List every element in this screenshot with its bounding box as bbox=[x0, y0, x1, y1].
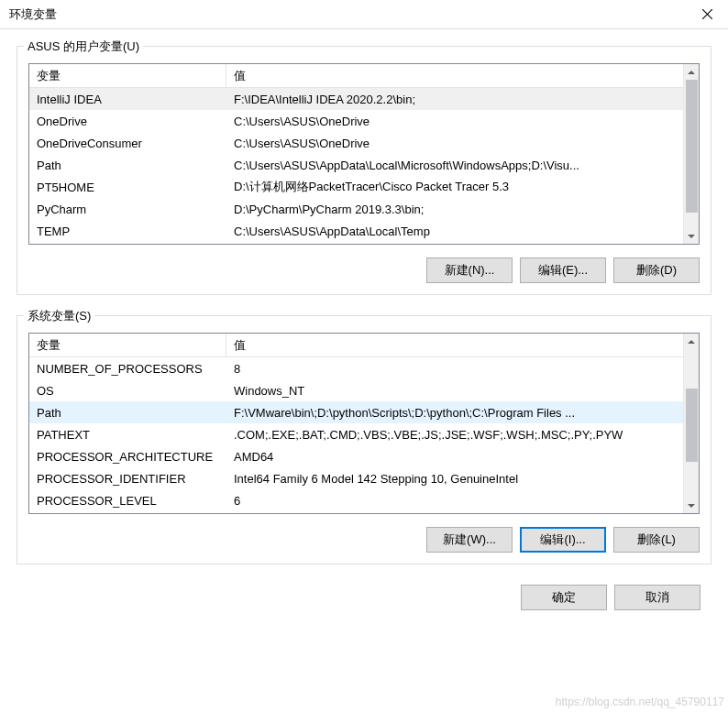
sys-delete-button[interactable]: 删除(L) bbox=[613, 527, 700, 553]
cell-value: F:\IDEA\IntelliJ IDEA 2020.2.2\bin; bbox=[226, 91, 699, 108]
user-vars-buttons: 新建(N)... 编辑(E)... 删除(D) bbox=[28, 257, 700, 283]
window-title: 环境变量 bbox=[9, 6, 57, 23]
scroll-down-icon[interactable] bbox=[684, 228, 699, 244]
cancel-button[interactable]: 取消 bbox=[614, 585, 700, 610]
sys-vars-buttons: 新建(W)... 编辑(I)... 删除(L) bbox=[28, 527, 700, 553]
col-header-variable[interactable]: 变量 bbox=[29, 64, 226, 87]
cell-variable: PROCESSOR_LEVEL bbox=[29, 492, 226, 509]
scroll-thumb[interactable] bbox=[686, 389, 698, 462]
sys-new-button[interactable]: 新建(W)... bbox=[426, 527, 513, 553]
system-variables-group: 系统变量(S) 变量 值 NUMBER_OF_PROCESSORS8OSWind… bbox=[17, 315, 711, 564]
cell-value: C:\Users\ASUS\AppData\Local\Microsoft\Wi… bbox=[226, 157, 699, 174]
table-row[interactable]: OneDriveC:\Users\ASUS\OneDrive bbox=[29, 110, 699, 132]
ok-button[interactable]: 确定 bbox=[521, 585, 607, 610]
user-edit-button[interactable]: 编辑(E)... bbox=[520, 257, 606, 283]
col-header-variable[interactable]: 变量 bbox=[29, 334, 226, 356]
cell-variable: PATHEXT bbox=[29, 426, 226, 444]
table-row[interactable]: PROCESSOR_ARCHITECTUREAMD64 bbox=[29, 445, 699, 467]
scroll-down-icon[interactable] bbox=[684, 498, 699, 513]
table-row[interactable]: TEMPC:\Users\ASUS\AppData\Local\Temp bbox=[29, 220, 699, 242]
user-vars-table: 变量 值 IntelliJ IDEAF:\IDEA\IntelliJ IDEA … bbox=[28, 63, 700, 245]
cell-variable: TMP bbox=[29, 245, 226, 246]
cell-value: D:\PyCharm\PyCharm 2019.3.3\bin; bbox=[226, 201, 699, 218]
table-row[interactable]: PathC:\Users\ASUS\AppData\Local\Microsof… bbox=[29, 154, 699, 176]
cell-variable: PROCESSOR_IDENTIFIER bbox=[29, 470, 226, 487]
sys-edit-button[interactable]: 编辑(I)... bbox=[520, 527, 606, 553]
user-vars-scrollbar[interactable] bbox=[683, 64, 699, 244]
sys-vars-body[interactable]: NUMBER_OF_PROCESSORS8OSWindows_NTPathF:\… bbox=[29, 357, 699, 514]
table-row[interactable]: PathF:\VMware\bin\;D:\python\Scripts\;D:… bbox=[29, 401, 699, 423]
cell-variable: PT5HOME bbox=[29, 179, 226, 196]
scroll-up-icon[interactable] bbox=[684, 334, 699, 349]
dialog-buttons: 确定 取消 bbox=[17, 585, 711, 610]
table-row[interactable]: PT5HOMED:\计算机网络PacketTracer\Cisco Packet… bbox=[29, 176, 699, 198]
cell-value: C:\Users\ASUS\AppData\Local\Temp bbox=[226, 223, 699, 240]
watermark: https://blog.csdn.net/qq_45790117 bbox=[556, 696, 724, 708]
cell-value: 6 bbox=[226, 492, 699, 509]
cell-value: C:\Users\ASUS\OneDrive bbox=[226, 113, 699, 130]
sys-vars-table: 变量 值 NUMBER_OF_PROCESSORS8OSWindows_NTPa… bbox=[28, 333, 700, 514]
col-header-value[interactable]: 值 bbox=[226, 64, 699, 87]
scroll-up-icon[interactable] bbox=[684, 64, 699, 80]
table-row[interactable]: TMPC:\Users\ASUS\AppData\Local\Temp bbox=[29, 242, 699, 245]
table-row[interactable]: NUMBER_OF_PROCESSORS8 bbox=[29, 357, 699, 379]
cell-variable: TEMP bbox=[29, 223, 226, 240]
cell-variable: OS bbox=[29, 382, 226, 400]
cell-variable: PROCESSOR_ARCHITECTURE bbox=[29, 448, 226, 466]
user-variables-group: ASUS 的用户变量(U) 变量 值 IntelliJ IDEAF:\IDEA\… bbox=[17, 46, 711, 295]
cell-value: AMD64 bbox=[226, 448, 699, 466]
user-vars-body[interactable]: IntelliJ IDEAF:\IDEA\IntelliJ IDEA 2020.… bbox=[29, 88, 699, 245]
cell-value: C:\Users\ASUS\AppData\Local\Temp bbox=[226, 245, 699, 246]
sys-vars-label: 系统变量(S) bbox=[24, 308, 94, 324]
cell-variable: OneDriveConsumer bbox=[29, 135, 226, 152]
close-button[interactable] bbox=[686, 0, 728, 29]
close-icon bbox=[702, 9, 712, 19]
sys-vars-scrollbar[interactable] bbox=[683, 334, 699, 513]
user-new-button[interactable]: 新建(N)... bbox=[426, 257, 513, 283]
cell-variable: Path bbox=[29, 404, 226, 422]
table-row[interactable]: OneDriveConsumerC:\Users\ASUS\OneDrive bbox=[29, 132, 699, 154]
table-row[interactable]: OSWindows_NT bbox=[29, 379, 699, 401]
table-row[interactable]: PROCESSOR_REVISION8e0a bbox=[29, 511, 699, 514]
cell-variable: OneDrive bbox=[29, 113, 226, 130]
col-header-value[interactable]: 值 bbox=[226, 334, 699, 356]
cell-variable: PyCharm bbox=[29, 201, 226, 218]
cell-value: D:\计算机网络PacketTracer\Cisco Packet Tracer… bbox=[226, 177, 699, 197]
cell-variable: IntelliJ IDEA bbox=[29, 91, 226, 108]
cell-variable: Path bbox=[29, 157, 226, 174]
cell-value: F:\VMware\bin\;D:\python\Scripts\;D:\pyt… bbox=[226, 404, 699, 422]
table-row[interactable]: PyCharmD:\PyCharm\PyCharm 2019.3.3\bin; bbox=[29, 198, 699, 220]
table-row[interactable]: PROCESSOR_LEVEL6 bbox=[29, 489, 699, 511]
scroll-thumb[interactable] bbox=[686, 80, 698, 213]
cell-variable: PROCESSOR_REVISION bbox=[29, 514, 226, 515]
user-vars-headers: 变量 值 bbox=[29, 64, 699, 88]
user-delete-button[interactable]: 删除(D) bbox=[613, 257, 700, 283]
cell-value: 8 bbox=[226, 360, 699, 378]
cell-value: C:\Users\ASUS\OneDrive bbox=[226, 135, 699, 152]
table-row[interactable]: IntelliJ IDEAF:\IDEA\IntelliJ IDEA 2020.… bbox=[29, 88, 699, 110]
cell-value: Intel64 Family 6 Model 142 Stepping 10, … bbox=[226, 470, 699, 487]
titlebar: 环境变量 bbox=[0, 0, 728, 29]
user-vars-label: ASUS 的用户变量(U) bbox=[24, 38, 143, 55]
table-row[interactable]: PROCESSOR_IDENTIFIERIntel64 Family 6 Mod… bbox=[29, 467, 699, 489]
cell-value: Windows_NT bbox=[226, 382, 699, 400]
sys-vars-headers: 变量 值 bbox=[29, 334, 699, 357]
cell-variable: NUMBER_OF_PROCESSORS bbox=[29, 360, 226, 378]
dialog-content: ASUS 的用户变量(U) 变量 值 IntelliJ IDEAF:\IDEA\… bbox=[0, 29, 728, 627]
table-row[interactable]: PATHEXT.COM;.EXE;.BAT;.CMD;.VBS;.VBE;.JS… bbox=[29, 423, 699, 445]
cell-value: 8e0a bbox=[226, 514, 699, 515]
cell-value: .COM;.EXE;.BAT;.CMD;.VBS;.VBE;.JS;.JSE;.… bbox=[226, 426, 699, 444]
